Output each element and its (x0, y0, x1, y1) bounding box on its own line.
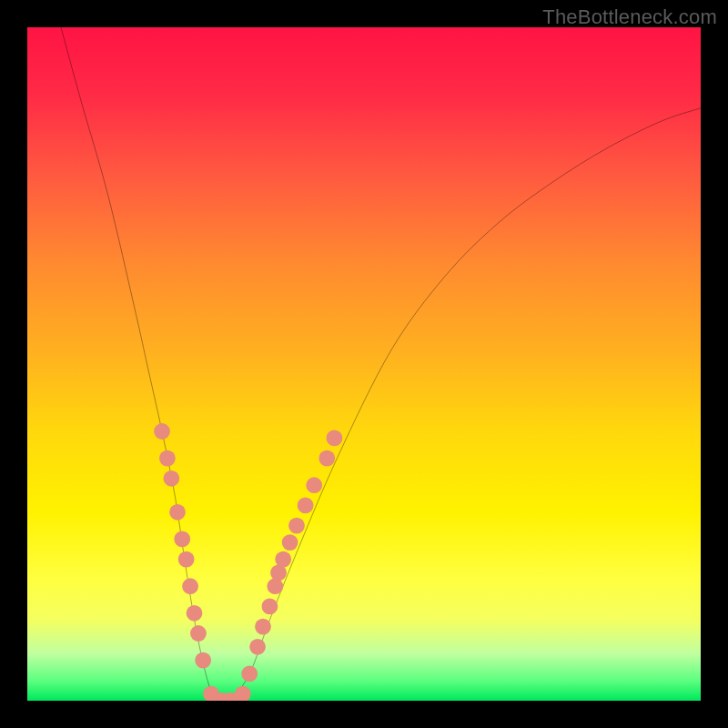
watermark-label: TheBottleneck.com (542, 5, 717, 29)
plot-area (27, 27, 701, 701)
curve-marker-dot (174, 531, 190, 548)
curve-marker-dot (241, 666, 258, 682)
curve-marker-dot (178, 551, 195, 568)
curve-marker-dot (195, 652, 211, 669)
curve-marker-dot (154, 423, 170, 440)
curve-marker-dot (187, 605, 203, 622)
curve-markers (154, 423, 342, 701)
curve-marker-dot (298, 498, 314, 514)
curve-marker-dot (267, 578, 283, 594)
bottleneck-curve-path (61, 27, 701, 701)
curve-marker-dot (190, 625, 207, 642)
curve-marker-dot (159, 450, 176, 467)
curve-marker-dot (182, 578, 198, 594)
curve-svg (27, 27, 701, 701)
curve-marker-dot (235, 686, 251, 701)
curve-marker-dot (288, 518, 305, 534)
curve-marker-dot (163, 470, 179, 487)
chart-frame: TheBottleneck.com (0, 0, 728, 728)
curve-marker-dot (169, 504, 186, 521)
curve-marker-dot (327, 430, 343, 447)
curve-marker-dot (262, 599, 278, 615)
curve-marker-dot (249, 639, 266, 655)
curve-marker-dot (318, 450, 335, 467)
curve-marker-dot (275, 551, 291, 568)
curve-marker-dot (306, 477, 322, 493)
curve-marker-dot (255, 619, 271, 635)
curve-marker-dot (282, 534, 298, 551)
